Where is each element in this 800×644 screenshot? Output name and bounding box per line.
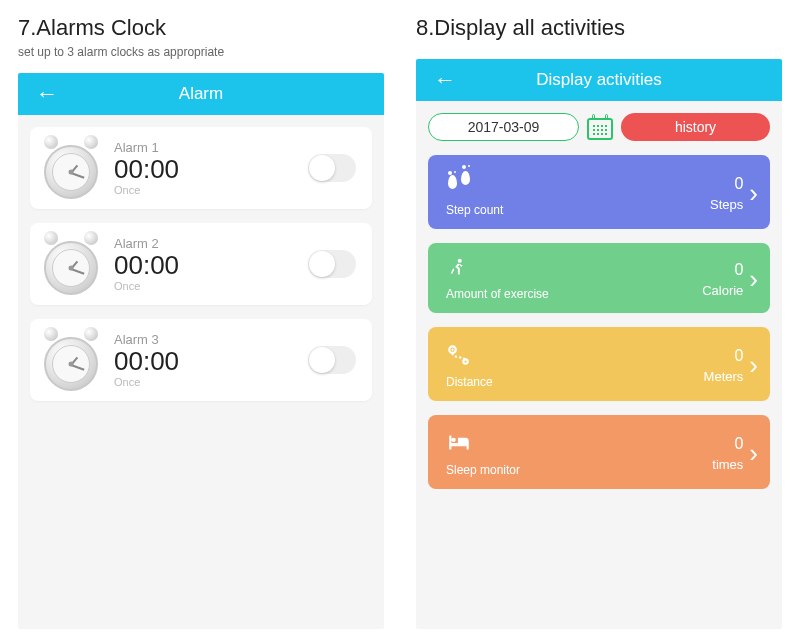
alarm-freq: Once [114,376,308,388]
card-unit: Meters [704,369,744,384]
card-value: 0 [734,347,743,365]
chevron-right-icon: › [749,264,758,295]
distance-card[interactable]: Distance 0 Meters › [428,327,770,401]
alarm-info: Alarm 2 00:00 Once [114,236,308,292]
clock-icon [40,137,102,199]
activities-header-title: Display activities [416,70,782,90]
activities-header: ← Display activities [416,59,782,101]
svg-point-2 [451,349,453,351]
alarm-card[interactable]: Alarm 2 00:00 Once [30,223,372,305]
alarm-info: Alarm 3 00:00 Once [114,332,308,388]
activities-body: 2017-03-09 history Step count 0 Steps › [416,101,782,629]
alarm-toggle[interactable] [308,250,356,278]
card-unit: Calorie [702,283,743,298]
alarm-card[interactable]: Alarm 3 00:00 Once [30,319,372,401]
alarm-phone: ← Alarm Alarm 1 00:00 Once [18,73,384,629]
activities-title: 8.Display all activities [416,15,782,41]
back-icon[interactable]: ← [434,67,456,93]
exercise-card[interactable]: Amount of exercise 0 Calorie › [428,243,770,313]
calendar-icon[interactable] [587,114,613,140]
card-unit: times [712,457,743,472]
bed-icon [446,429,472,455]
clock-icon [40,233,102,295]
alarm-label: Alarm 2 [114,236,308,251]
clock-icon [40,329,102,391]
alarms-subtitle: set up to 3 alarm clocks as appropriate [18,45,384,59]
card-unit: Steps [710,197,743,212]
route-pin-icon [446,341,472,367]
alarm-list: Alarm 1 00:00 Once Alarm 2 00:00 Once [18,115,384,629]
alarm-toggle[interactable] [308,346,356,374]
alarm-label: Alarm 1 [114,140,308,155]
runner-icon [446,257,468,279]
footprints-icon [446,169,472,195]
card-label: Distance [446,375,493,389]
card-value: 0 [734,175,743,193]
alarm-label: Alarm 3 [114,332,308,347]
alarm-time: 00:00 [114,251,308,280]
alarms-title: 7.Alarms Clock [18,15,384,41]
card-value: 0 [734,435,743,453]
step-count-card[interactable]: Step count 0 Steps › [428,155,770,229]
alarm-time: 00:00 [114,347,308,376]
alarm-card[interactable]: Alarm 1 00:00 Once [30,127,372,209]
alarm-header: ← Alarm [18,73,384,115]
history-button[interactable]: history [621,113,770,141]
svg-point-0 [458,259,462,263]
card-label: Step count [446,203,503,217]
alarms-panel: 7.Alarms Clock set up to 3 alarm clocks … [18,15,384,629]
sleep-card[interactable]: Sleep monitor 0 times › [428,415,770,489]
activities-phone: ← Display activities 2017-03-09 history … [416,59,782,629]
card-label: Amount of exercise [446,287,549,301]
chevron-right-icon: › [749,350,758,381]
alarm-info: Alarm 1 00:00 Once [114,140,308,196]
chevron-right-icon: › [749,438,758,469]
activities-panel: 8.Display all activities ← Display activ… [416,15,782,629]
alarm-toggle[interactable] [308,154,356,182]
back-icon[interactable]: ← [36,81,58,107]
chevron-right-icon: › [749,178,758,209]
svg-point-3 [463,359,467,363]
alarm-freq: Once [114,280,308,292]
activities-top-row: 2017-03-09 history [428,113,770,141]
date-picker[interactable]: 2017-03-09 [428,113,579,141]
card-value: 0 [734,261,743,279]
alarm-time: 00:00 [114,155,308,184]
card-label: Sleep monitor [446,463,520,477]
alarm-freq: Once [114,184,308,196]
alarm-header-title: Alarm [18,84,384,104]
